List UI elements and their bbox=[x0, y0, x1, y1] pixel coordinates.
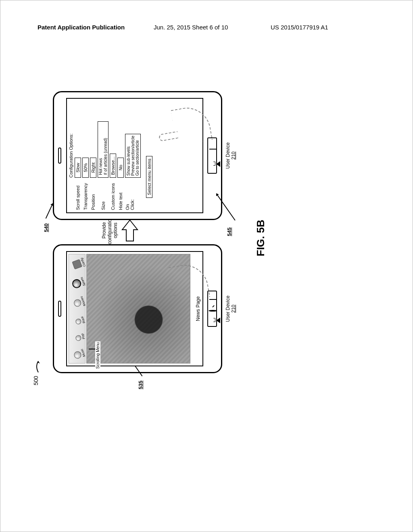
speaker-slot bbox=[58, 148, 61, 164]
carousel-item-pop[interactable]: Pop bbox=[75, 333, 86, 342]
row-transparency: Transparency 50% bbox=[82, 101, 89, 210]
row-size: Size Hot news # of articles (unread) bbox=[98, 101, 108, 210]
back-icon[interactable] bbox=[209, 294, 215, 300]
scrolling-menu-carousel[interactable]: Music Pop Rock Movies Sports Config bbox=[69, 254, 86, 364]
right-nav-bar bbox=[207, 137, 217, 174]
left-screen: Music Pop Rock Movies Sports Config News… bbox=[66, 251, 203, 366]
hand-outline bbox=[171, 104, 213, 146]
row-position: Position Right bbox=[90, 101, 96, 210]
label-on-click: On Click: bbox=[125, 178, 135, 210]
value-position[interactable]: Right bbox=[90, 158, 96, 178]
search-icon[interactable] bbox=[209, 306, 215, 312]
device-label-text: User Device bbox=[225, 142, 231, 168]
row-custom-icons: Custom icons Browse... bbox=[110, 101, 116, 210]
left-nav-bar bbox=[207, 291, 217, 327]
onclick-opt2[interactable]: Preview section/article bbox=[131, 136, 135, 176]
header-pub-number: US 2015/0177919 A1 bbox=[271, 24, 328, 31]
right-device-caption: User Device 210 bbox=[225, 142, 236, 168]
arrow-label: Provide configuration options bbox=[101, 216, 118, 244]
value-custom-icons[interactable]: Browse... bbox=[110, 154, 116, 178]
config-title: Configuration Options: bbox=[69, 101, 73, 210]
carousel-item-config[interactable]: Config bbox=[72, 258, 86, 270]
carousel-item-music[interactable]: Music bbox=[73, 348, 86, 360]
row-scroll-speed: Scroll speed Slow bbox=[75, 101, 81, 210]
scrolling-menu-callout: Scrolling Menu bbox=[95, 341, 100, 370]
speaker-slot bbox=[58, 301, 61, 317]
left-user-device: Music Pop Rock Movies Sports Config News… bbox=[53, 244, 222, 373]
arrow-icon bbox=[121, 219, 139, 242]
reference-540-leader bbox=[46, 204, 53, 218]
label-position: Position bbox=[91, 178, 96, 210]
home-icon[interactable] bbox=[209, 162, 215, 167]
value-size-box[interactable]: Hot news # of articles (unread) bbox=[98, 121, 108, 178]
value-scroll-speed[interactable]: Slow bbox=[75, 158, 81, 178]
reference-545: 545 bbox=[226, 227, 232, 236]
left-device-caption: User Device 210 bbox=[225, 295, 236, 322]
row-hide-text: Hide text No bbox=[117, 101, 124, 210]
right-user-device: Configuration Options: Scroll speed Slow… bbox=[53, 91, 222, 220]
row-on-click: On Click: Show sub-levels Preview sectio… bbox=[125, 101, 141, 210]
patent-page: Patent Application Publication Jun. 25, … bbox=[0, 0, 413, 532]
carousel-item-movies[interactable]: Movies bbox=[73, 296, 87, 309]
right-screen: Configuration Options: Scroll speed Slow… bbox=[66, 98, 203, 213]
size-line1: Hot news bbox=[98, 124, 103, 175]
reference-535: 535 bbox=[138, 380, 144, 389]
label-hide-text: Hide text bbox=[118, 178, 123, 210]
value-hide-text[interactable]: No bbox=[117, 158, 124, 178]
onclick-opt1[interactable]: Show sub-levels bbox=[126, 136, 131, 176]
home-icon[interactable] bbox=[209, 318, 215, 323]
reference-500-arrow bbox=[34, 360, 42, 372]
back-icon[interactable] bbox=[209, 144, 215, 150]
reference-540: 540 bbox=[43, 223, 49, 232]
label-scroll-speed: Scroll speed bbox=[75, 178, 80, 210]
header-publication: Patent Application Publication bbox=[38, 24, 125, 31]
select-menu-items-button[interactable]: Select menu items bbox=[146, 156, 152, 198]
transition-arrow: Provide configuration options bbox=[101, 216, 139, 244]
label-custom-icons: Custom icons bbox=[111, 178, 115, 210]
value-transparency[interactable]: 50% bbox=[82, 158, 89, 178]
hand-outline bbox=[168, 261, 210, 303]
on-click-options[interactable]: Show sub-levels Preview section/article … bbox=[125, 134, 141, 178]
figure-label: FIG. 5B bbox=[254, 220, 267, 256]
device-number: 210 bbox=[231, 142, 236, 168]
label-transparency: Transparency bbox=[83, 178, 88, 210]
reference-500-text: 500 bbox=[33, 376, 39, 385]
figure-content: 500 Music Pop Rock Movies Sports Config … bbox=[37, 91, 343, 373]
size-line2: # of articles (unread) bbox=[103, 124, 108, 175]
carousel-label: Rock bbox=[80, 316, 86, 324]
header-date-sheet: Jun. 25, 2015 Sheet 6 of 10 bbox=[154, 24, 228, 31]
news-page-label: News Page bbox=[195, 296, 201, 321]
label-size: Size bbox=[101, 178, 106, 210]
onclick-opt3[interactable]: Go to section/article bbox=[135, 136, 140, 176]
reference-500: 500 bbox=[33, 376, 39, 385]
device-label-text: User Device bbox=[225, 295, 231, 322]
carousel-item-sports[interactable]: Sports bbox=[71, 276, 86, 290]
device-number: 210 bbox=[231, 295, 236, 322]
carousel-item-rock[interactable]: Rock bbox=[75, 316, 86, 326]
